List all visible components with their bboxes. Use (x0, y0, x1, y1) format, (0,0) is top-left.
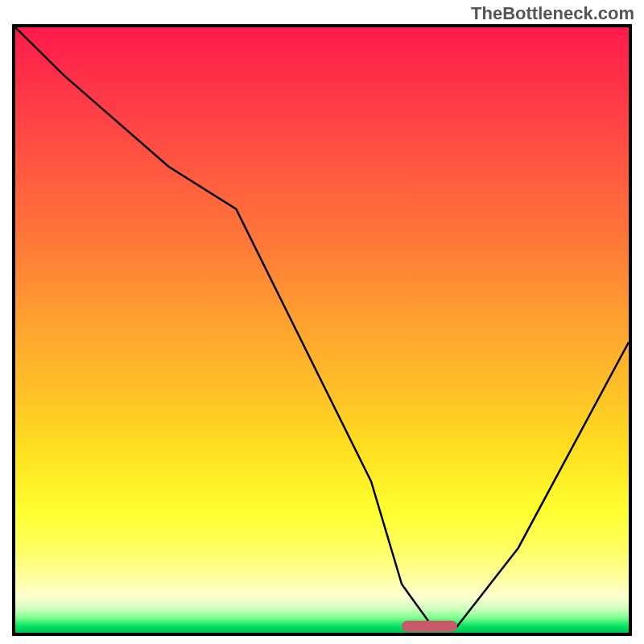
chart-container: TheBottleneck.com (0, 0, 644, 644)
watermark-text: TheBottleneck.com (471, 3, 634, 24)
plot-area (12, 24, 632, 636)
bottleneck-curve (15, 27, 629, 633)
optimal-marker (402, 621, 457, 632)
